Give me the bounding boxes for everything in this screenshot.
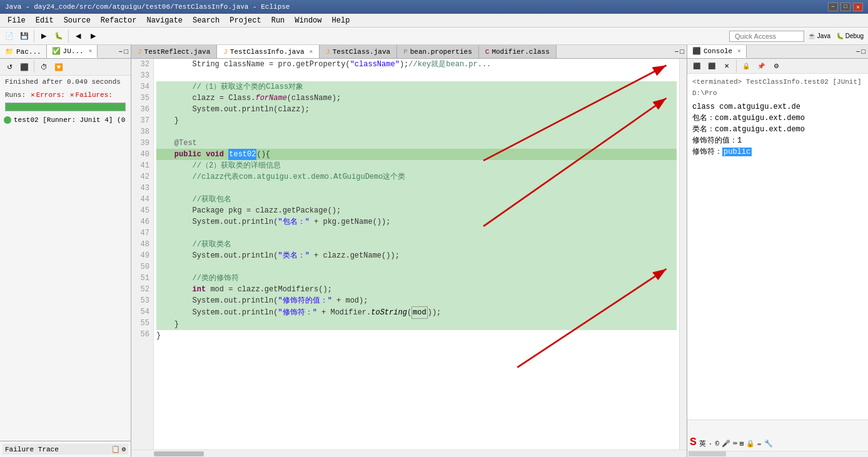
menu-run[interactable]: Run [266,15,290,26]
editor-scrollbar[interactable] [679,59,687,449]
ime-lang[interactable]: 英 [699,439,706,448]
ime-icon7[interactable]: 🔧 [764,439,773,448]
class-file-icon: C [485,48,490,56]
console-close-btn[interactable]: ✕ [720,59,734,73]
ime-icon2[interactable]: 🎤 [722,439,730,448]
tab-beanproperties[interactable]: P bean.properties [397,45,479,58]
code-line-55: } [156,319,677,330]
junit-tree-item[interactable]: test02 [Runner: JUnit 4] (0 [3,115,128,125]
junit-filter-btn[interactable]: 🔽 [52,60,66,74]
junit-stop-btn[interactable]: ⬛ [18,60,31,74]
toolbar-debug[interactable]: 🐛 [52,29,66,43]
properties-file-icon: P [403,48,408,56]
ime-icon6[interactable]: ✏ [757,439,762,448]
maximize-button[interactable]: □ [840,3,850,11]
menu-project[interactable]: Project [225,15,266,26]
console-scroll-lock-btn[interactable]: 🔒 [739,59,753,73]
test-item-label: test02 [Runner: JUnit 4] (0 [14,116,125,124]
error-icon: ✕ [31,91,35,99]
code-line-43 [156,183,677,194]
code-line-36: System.out.println(clazz); [156,104,677,115]
tab-close-icon[interactable]: ✕ [310,48,313,55]
ime-toolbar: 英 · © 🎤 ⌨ ⊞ 🔒 ✏ 🔧 [699,439,773,448]
test-pass-icon [4,116,11,124]
menu-file[interactable]: File [3,15,31,26]
menu-source[interactable]: Source [59,15,96,26]
java-perspective-btn[interactable]: ☕ Java [807,29,832,43]
progress-bar [6,103,125,111]
close-button[interactable]: ✕ [853,3,863,11]
junit-stats: Runs: ✕ Errors: ✕ Failures: [0,88,131,101]
tab-testclassinfo[interactable]: J TestClassInfo.java ✕ [217,45,320,58]
console-close-icon[interactable]: ✕ [737,48,740,54]
minimize-button[interactable]: − [828,3,838,11]
failure-trace-icon1[interactable]: 📋 [111,445,120,453]
junit-icon: ✅ [52,47,61,55]
console-stop-btn[interactable]: ⬛ [705,59,719,73]
title-bar: Java - day24_code/src/com/atguigu/test06… [0,0,868,14]
console-line-4: 修饰符的值：1 [692,135,863,146]
code-line-52: int mod = clazz.getModifiers(); [156,284,677,295]
ime-icon3[interactable]: ⌨ [733,439,737,448]
toolbar-back[interactable]: ◀ [71,29,85,43]
tab-modifierclass[interactable]: C Modifier.class [479,45,557,58]
package-explorer-tab[interactable]: 📁 Pac... [0,45,47,58]
left-panel-tabs: 📁 Pac... ✅ JU... ✕ − □ [0,45,131,59]
menu-edit[interactable]: Edit [31,15,59,26]
menu-help[interactable]: Help [327,15,355,26]
junit-tab[interactable]: ✅ JU... ✕ [47,45,98,58]
right-panel: ⬛ Console ✕ − □ ⬛ ⬛ ✕ 🔒 📌 ⚙ <terminated>… [687,45,868,457]
code-line-48: //获取类名 [156,239,677,250]
code-line-32: String className = pro.getProperty("clas… [156,59,677,70]
tab-testreflect-label: TestReflect.java [144,48,211,56]
toolbar-save[interactable]: 💾 [18,29,31,43]
ime-icon1[interactable]: © [715,440,719,448]
menu-navigate[interactable]: Navigate [141,15,188,26]
title-text: Java - day24_code/src/com/atguigu/test06… [5,3,290,11]
editor-hscrollbar[interactable] [131,449,687,457]
toolbar-new[interactable]: 📄 [3,29,16,43]
junit-history-btn[interactable]: ⏱ [37,60,51,74]
console-tab[interactable]: ⬛ Console ✕ [687,45,747,58]
toolbar-run[interactable]: ▶ [37,29,51,43]
panel-controls: − □ [119,48,131,56]
tab-min-icon[interactable]: − [675,48,679,56]
tab-testclass[interactable]: J TestClass.java [320,45,397,58]
java-file-icon3: J [326,48,330,56]
menu-refactor[interactable]: Refactor [96,15,142,26]
quick-access-area: ☕ Java 🐛 Debug [729,29,865,43]
minimize-panel-icon[interactable]: − [119,48,123,56]
toolbar: 📄 💾 ▶ 🐛 ◀ ▶ ☕ Java 🐛 Debug [0,28,868,45]
console-max-icon[interactable]: □ [861,48,865,56]
ime-icon5[interactable]: 🔒 [746,439,755,448]
code-line-46: System.out.println("包名：" + pkg.getName()… [156,216,677,228]
menu-search[interactable]: Search [188,15,225,26]
code-content[interactable]: String className = pro.getProperty("clas… [154,59,679,449]
junit-tree: test02 [Runner: JUnit 4] (0 [0,113,131,441]
console-toolbar: ⬛ ⬛ ✕ 🔒 📌 ⚙ [687,59,868,74]
console-hscroll-thumb[interactable] [689,451,726,456]
junit-rerun-btn[interactable]: ↺ [3,60,16,74]
console-options-btn[interactable]: ⚙ [769,59,783,73]
junit-toolbar: ↺ ⬛ ⏱ 🔽 [0,59,131,76]
console-min-icon[interactable]: − [856,48,860,56]
toolbar-forward[interactable]: ▶ [86,29,100,43]
tab-testreflect[interactable]: J TestReflect.java [131,45,217,58]
separator1 [34,30,34,43]
maximize-panel-icon[interactable]: □ [124,48,128,56]
tab-max-icon[interactable]: □ [680,48,684,56]
hscroll-thumb[interactable] [154,451,204,456]
debug-perspective-btn[interactable]: 🐛 Debug [834,29,865,43]
quick-access-input[interactable] [729,31,804,42]
failure-trace-icon2[interactable]: ⚙ [121,445,126,453]
code-line-44: //获取包名 [156,194,677,205]
ime-icon4[interactable]: ⊞ [740,439,744,448]
menu-window[interactable]: Window [290,15,326,26]
code-line-51: //类的修饰符 [156,273,677,284]
console-pin-btn[interactable]: 📌 [754,59,768,73]
console-hscrollbar[interactable] [687,451,868,457]
failures-text: Failures: [75,91,112,99]
sep [736,60,737,73]
console-clear-btn[interactable]: ⬛ [690,59,704,73]
junit-close-icon[interactable]: ✕ [89,48,92,54]
